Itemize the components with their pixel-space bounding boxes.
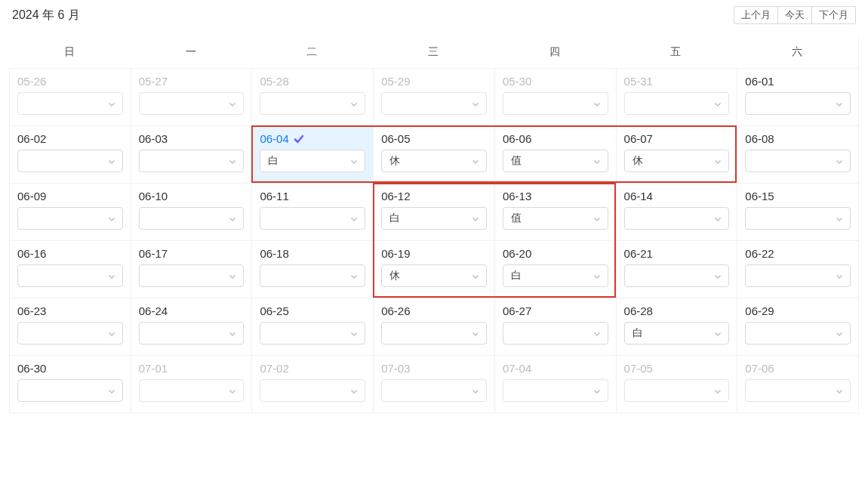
shift-select-value: 休 xyxy=(389,269,400,283)
shift-select[interactable] xyxy=(260,92,365,115)
shift-select[interactable] xyxy=(139,207,245,230)
chevron-down-icon xyxy=(835,271,844,280)
shift-select[interactable]: 白 xyxy=(381,207,487,230)
date-label: 06-04 xyxy=(260,132,365,145)
shift-select[interactable]: 休 xyxy=(381,150,487,172)
shift-select[interactable] xyxy=(17,379,123,402)
shift-select[interactable] xyxy=(381,379,487,402)
shift-select[interactable] xyxy=(17,207,123,230)
date-label: 06-06 xyxy=(503,132,608,145)
calendar-cell: 07-03 xyxy=(373,355,494,413)
chevron-down-icon xyxy=(349,214,359,223)
calendar-cell: 06-13值 xyxy=(494,183,616,240)
date-label: 06-27 xyxy=(503,304,608,317)
prev-month-button[interactable]: 上个月 xyxy=(734,6,778,24)
shift-select[interactable] xyxy=(624,264,730,287)
date-label: 06-24 xyxy=(139,304,245,317)
date-label: 06-30 xyxy=(17,362,123,375)
date-label-text: 06-08 xyxy=(745,132,774,145)
date-label-text: 06-05 xyxy=(381,132,410,145)
chevron-down-icon xyxy=(835,386,844,395)
date-label: 07-05 xyxy=(624,362,730,375)
date-label-text: 06-26 xyxy=(381,304,410,317)
shift-select[interactable] xyxy=(260,322,365,345)
shift-select[interactable] xyxy=(17,322,123,345)
date-label: 06-07 xyxy=(624,132,730,145)
shift-select-value: 白 xyxy=(511,269,522,283)
shift-select[interactable] xyxy=(745,322,851,345)
calendar-cell: 05-29 xyxy=(373,68,494,125)
today-button[interactable]: 今天 xyxy=(777,6,812,24)
date-label-text: 07-01 xyxy=(139,362,168,375)
shift-select[interactable] xyxy=(503,322,608,345)
shift-select[interactable] xyxy=(745,150,851,172)
shift-select[interactable] xyxy=(624,92,730,115)
calendar-cell: 06-26 xyxy=(373,298,494,355)
shift-select[interactable]: 休 xyxy=(624,150,730,172)
chevron-down-icon xyxy=(349,156,359,165)
shift-select[interactable]: 值 xyxy=(503,150,608,172)
shift-select[interactable] xyxy=(745,264,851,287)
date-label: 06-20 xyxy=(503,247,608,260)
shift-select[interactable]: 白 xyxy=(260,150,365,172)
shift-select[interactable] xyxy=(624,207,730,230)
shift-select[interactable] xyxy=(260,379,365,402)
date-label: 06-09 xyxy=(17,190,123,202)
date-label: 07-04 xyxy=(503,362,608,375)
shift-select[interactable] xyxy=(139,379,245,402)
shift-select[interactable]: 白 xyxy=(503,264,608,287)
shift-select[interactable] xyxy=(139,322,245,345)
chevron-down-icon xyxy=(107,99,116,108)
calendar-cell: 07-04 xyxy=(494,355,616,413)
date-label-text: 06-04 xyxy=(260,132,288,145)
shift-select-value: 白 xyxy=(389,212,400,225)
shift-select[interactable] xyxy=(260,207,365,230)
shift-select[interactable] xyxy=(503,379,608,402)
shift-select[interactable] xyxy=(17,92,123,115)
shift-select[interactable] xyxy=(745,92,851,115)
date-label-text: 05-28 xyxy=(260,75,288,88)
date-label: 06-22 xyxy=(745,247,851,260)
calendar-cell: 06-28白 xyxy=(616,298,737,355)
calendar-cell: 06-15 xyxy=(737,183,858,240)
next-month-button[interactable]: 下个月 xyxy=(811,6,856,24)
chevron-down-icon xyxy=(593,386,602,395)
date-label: 06-02 xyxy=(17,132,123,145)
date-label-text: 06-19 xyxy=(381,247,410,260)
shift-select[interactable] xyxy=(260,264,365,287)
shift-select[interactable] xyxy=(381,322,487,345)
shift-select[interactable]: 白 xyxy=(624,322,730,345)
date-label-text: 07-02 xyxy=(260,362,288,375)
date-label: 07-02 xyxy=(260,362,365,375)
date-label-text: 06-16 xyxy=(17,247,46,260)
shift-select[interactable] xyxy=(139,264,245,287)
calendar-cell: 07-02 xyxy=(251,355,373,413)
shift-select[interactable] xyxy=(139,150,245,172)
date-label: 06-14 xyxy=(624,190,730,202)
shift-select[interactable] xyxy=(17,264,123,287)
date-label: 06-10 xyxy=(139,190,245,202)
date-label: 07-06 xyxy=(745,362,851,375)
shift-select[interactable] xyxy=(624,379,730,402)
calendar-weeks: 05-2605-2705-2805-2905-3005-3106-0106-02… xyxy=(9,68,858,413)
shift-select[interactable] xyxy=(381,92,487,115)
shift-select[interactable] xyxy=(139,92,245,115)
calendar-cell: 06-10 xyxy=(131,183,252,240)
date-label-text: 06-06 xyxy=(503,132,531,145)
calendar-cell: 06-14 xyxy=(616,183,737,240)
shift-select[interactable]: 值 xyxy=(503,207,608,230)
date-label: 06-15 xyxy=(745,190,851,202)
shift-select-value: 白 xyxy=(633,326,643,340)
shift-select[interactable]: 休 xyxy=(381,264,487,287)
shift-select[interactable] xyxy=(17,150,123,172)
date-label: 06-18 xyxy=(260,247,365,260)
calendar-cell: 06-25 xyxy=(251,298,373,355)
shift-select[interactable] xyxy=(503,92,608,115)
date-label: 05-28 xyxy=(260,75,365,88)
calendar-cell: 06-20白 xyxy=(494,240,616,298)
chevron-down-icon xyxy=(471,271,480,280)
shift-select[interactable] xyxy=(745,379,851,402)
shift-select[interactable] xyxy=(745,207,851,230)
check-icon xyxy=(294,134,304,144)
chevron-down-icon xyxy=(107,271,116,280)
